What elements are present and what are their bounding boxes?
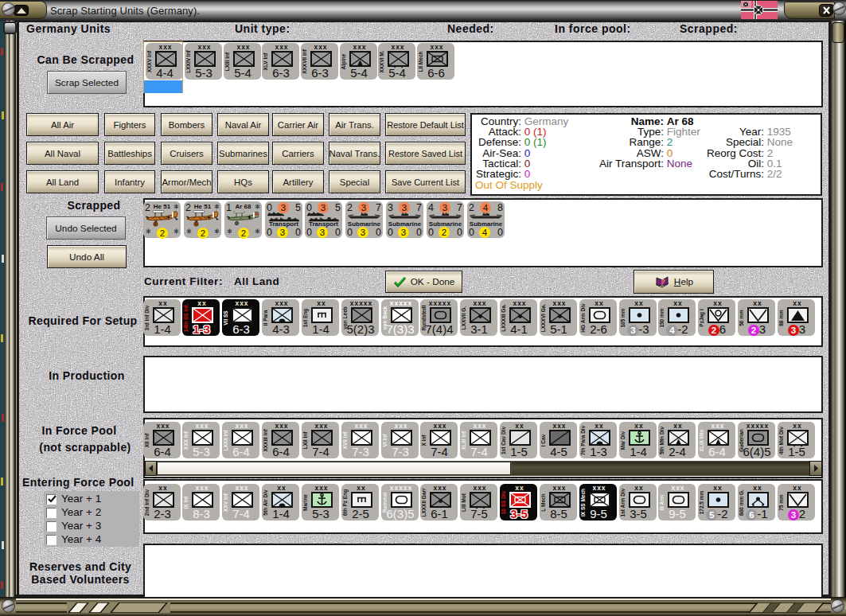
svg-text:?: ? — [661, 278, 665, 285]
